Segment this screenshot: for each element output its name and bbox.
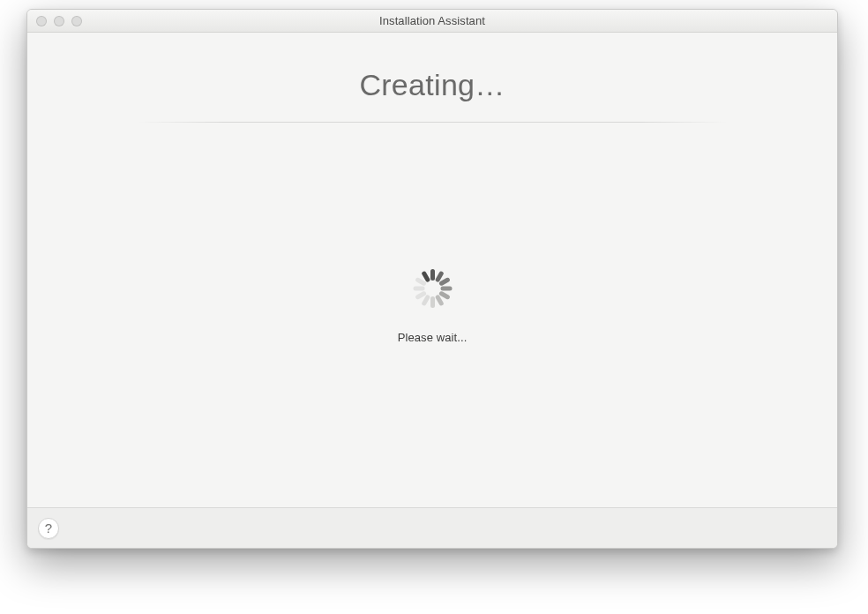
heading-area: Creating… [27, 33, 837, 122]
window-title: Installation Assistant [27, 14, 837, 27]
page-heading: Creating… [27, 68, 837, 102]
spinner-icon [413, 269, 452, 308]
installation-assistant-window: Installation Assistant Creating… [26, 9, 838, 549]
help-button[interactable]: ? [38, 518, 59, 539]
status-text: Please wait... [398, 331, 468, 344]
content-area: Creating… Please wait... [27, 33, 837, 507]
bottombar: ? [27, 507, 837, 548]
center-area: Please wait... [398, 123, 468, 507]
help-icon: ? [45, 520, 52, 535]
titlebar: Installation Assistant [27, 10, 837, 33]
